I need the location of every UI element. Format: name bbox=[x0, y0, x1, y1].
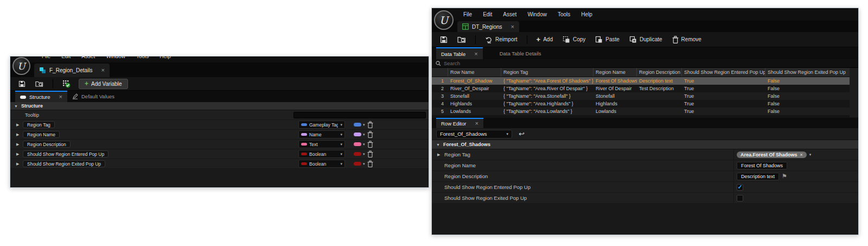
cell-region-tag: { "TagName": "Area.Lowlands" } bbox=[501, 108, 593, 115]
container-type-dropdown[interactable]: ▾ bbox=[354, 133, 365, 137]
delete-field-button[interactable] bbox=[367, 141, 373, 148]
tab-data-table-details[interactable]: Data Table Details bbox=[495, 47, 546, 59]
close-icon[interactable]: × bbox=[59, 94, 62, 100]
row-section-header[interactable]: ▼ Forest_Of_Shadows bbox=[432, 140, 858, 149]
structure-category-header[interactable]: ▼ Structure bbox=[10, 102, 429, 110]
expand-icon[interactable]: ▶ bbox=[16, 152, 23, 156]
trash-icon bbox=[367, 150, 373, 157]
container-pill-icon bbox=[354, 133, 361, 136]
field-name-chip[interactable]: Region Tag bbox=[23, 121, 55, 128]
gameplay-tag-chip[interactable]: Area.Forest Of Shadows × bbox=[737, 152, 807, 158]
expand-icon[interactable]: ▶ bbox=[16, 123, 23, 127]
type-dropdown[interactable]: Boolean ▾ bbox=[298, 150, 345, 158]
column-header[interactable]: Region Name bbox=[593, 68, 637, 77]
duplicate-button[interactable]: Duplicate bbox=[624, 32, 667, 47]
trash-icon bbox=[367, 121, 373, 128]
tab-default-values[interactable]: Default Values bbox=[67, 91, 119, 102]
menu-asset[interactable]: Asset bbox=[76, 56, 100, 59]
field-name-chip[interactable]: Region Description bbox=[23, 141, 71, 148]
close-icon[interactable]: × bbox=[475, 121, 478, 127]
menu-tools[interactable]: Tools bbox=[131, 56, 154, 59]
menu-asset[interactable]: Asset bbox=[497, 11, 522, 17]
column-header[interactable]: Row Name bbox=[448, 68, 501, 77]
add-row-button[interactable]: + Add bbox=[532, 32, 558, 47]
field-name-chip[interactable]: Region Name bbox=[23, 131, 60, 138]
type-dropdown[interactable]: Gameplay Tag ▾ bbox=[298, 121, 345, 129]
table-row[interactable]: 2 River_Of_Despair { "TagName": "Area.Ri… bbox=[432, 85, 850, 92]
container-type-dropdown[interactable]: ▾ bbox=[354, 162, 365, 166]
close-icon[interactable]: × bbox=[511, 24, 514, 30]
duplicate-icon bbox=[629, 36, 637, 43]
type-dropdown[interactable]: Name ▾ bbox=[298, 130, 345, 138]
search-bar[interactable]: Search bbox=[432, 59, 858, 68]
cell-region-tag: { "TagName": "Area.Stonefall" } bbox=[501, 92, 593, 100]
container-type-dropdown[interactable]: ▾ bbox=[354, 152, 365, 156]
close-icon[interactable]: × bbox=[101, 67, 105, 73]
expand-icon[interactable]: ▶ bbox=[437, 153, 444, 157]
row-number: 2 bbox=[432, 85, 448, 92]
expand-icon[interactable]: ▶ bbox=[16, 162, 23, 166]
container-type-dropdown[interactable]: ▾ bbox=[354, 142, 365, 147]
save-button[interactable] bbox=[14, 77, 30, 90]
tab-row-editor[interactable]: Row Editor × bbox=[436, 118, 483, 128]
row-editor-field: Region Description Description text ⚑ bbox=[432, 171, 858, 182]
table-row[interactable]: 4 Highlands { "TagName": "Area.Highlands… bbox=[432, 100, 850, 108]
tooltip-input[interactable] bbox=[293, 112, 426, 118]
delete-field-button[interactable] bbox=[367, 131, 373, 138]
remove-tag-icon[interactable]: × bbox=[800, 152, 803, 157]
tab-structure[interactable]: Structure × bbox=[15, 91, 67, 102]
menu-window[interactable]: Window bbox=[522, 11, 552, 17]
menu-tools[interactable]: Tools bbox=[552, 11, 576, 17]
column-header[interactable]: Region Description bbox=[637, 68, 682, 77]
type-dropdown[interactable]: Boolean ▾ bbox=[298, 160, 345, 168]
exited-checkbox[interactable]: ✓ bbox=[737, 195, 743, 201]
tab-dt-regions[interactable]: DT_Regions × bbox=[457, 21, 519, 32]
table-row[interactable]: 3 Stonefall { "TagName": "Area.Stonefall… bbox=[432, 92, 850, 100]
compile-button[interactable] bbox=[58, 77, 75, 90]
chevron-down-icon: ▾ bbox=[340, 123, 342, 127]
table-row[interactable]: 5 Lowlands { "TagName": "Area.Lowlands" … bbox=[432, 108, 850, 115]
remove-button[interactable]: Remove bbox=[667, 32, 706, 47]
browse-icon bbox=[35, 80, 43, 87]
menu-edit[interactable]: Edit bbox=[56, 56, 76, 59]
copy-button[interactable]: Copy bbox=[558, 32, 590, 47]
undo-icon[interactable]: ↩ bbox=[519, 130, 525, 137]
menu-help[interactable]: Help bbox=[576, 11, 598, 17]
expand-icon[interactable]: ▶ bbox=[16, 133, 23, 137]
column-header[interactable]: Should Show Region Exited Pop Up bbox=[765, 68, 850, 77]
add-variable-button[interactable]: + Add Variable bbox=[79, 79, 128, 89]
column-header[interactable]: Should Show Region Entered Pop Up bbox=[682, 68, 765, 77]
menu-window[interactable]: Window bbox=[100, 56, 131, 59]
entered-checkbox[interactable]: ✓ bbox=[737, 184, 743, 191]
paste-button[interactable]: Paste bbox=[590, 32, 624, 47]
column-header[interactable]: Region Tag bbox=[501, 68, 593, 77]
container-type-dropdown[interactable]: ▾ bbox=[354, 123, 365, 127]
expand-icon[interactable]: ▶ bbox=[16, 142, 23, 147]
field-name-chip[interactable]: Should Show Region Entered Pop Up bbox=[23, 150, 108, 157]
menu-file[interactable]: File bbox=[458, 11, 477, 17]
type-dropdown[interactable]: Text ▾ bbox=[298, 140, 345, 148]
delete-field-button[interactable] bbox=[367, 160, 373, 167]
close-icon[interactable]: × bbox=[474, 51, 477, 57]
localization-flag-icon[interactable]: ⚑ bbox=[782, 173, 787, 180]
container-pill-icon bbox=[354, 123, 361, 127]
menu-edit[interactable]: Edit bbox=[477, 11, 497, 17]
menu-help[interactable]: Help bbox=[154, 56, 176, 59]
chevron-down-icon[interactable]: ▾ bbox=[809, 153, 812, 157]
save-button[interactable] bbox=[435, 32, 452, 47]
table-row[interactable]: 1 Forest_Of_Shadow { "TagName": "Area.Fo… bbox=[432, 77, 850, 85]
delete-field-button[interactable] bbox=[367, 121, 373, 128]
browse-button[interactable] bbox=[30, 77, 48, 90]
field-name-chip[interactable]: Should Show Region Exited Pop Up bbox=[23, 160, 105, 167]
region-name-input[interactable]: Forest Of Shadows bbox=[737, 162, 787, 169]
menu-file[interactable]: File bbox=[36, 56, 56, 59]
reimport-button[interactable]: Reimport bbox=[480, 32, 522, 47]
data-table: Row Name Region Tag Region Name Region D… bbox=[432, 68, 850, 115]
tab-f-region-details[interactable]: F_Region_Details × bbox=[34, 64, 110, 77]
browse-button[interactable] bbox=[452, 32, 471, 47]
delete-field-button[interactable] bbox=[367, 150, 373, 157]
menu-bar: File Edit Asset Window Tools Help bbox=[10, 56, 429, 62]
row-selector-dropdown[interactable]: Forest_Of_Shadows ▾ bbox=[436, 130, 512, 138]
region-description-input[interactable]: Description text bbox=[737, 173, 779, 180]
tab-data-table[interactable]: Data Table × bbox=[436, 47, 483, 59]
